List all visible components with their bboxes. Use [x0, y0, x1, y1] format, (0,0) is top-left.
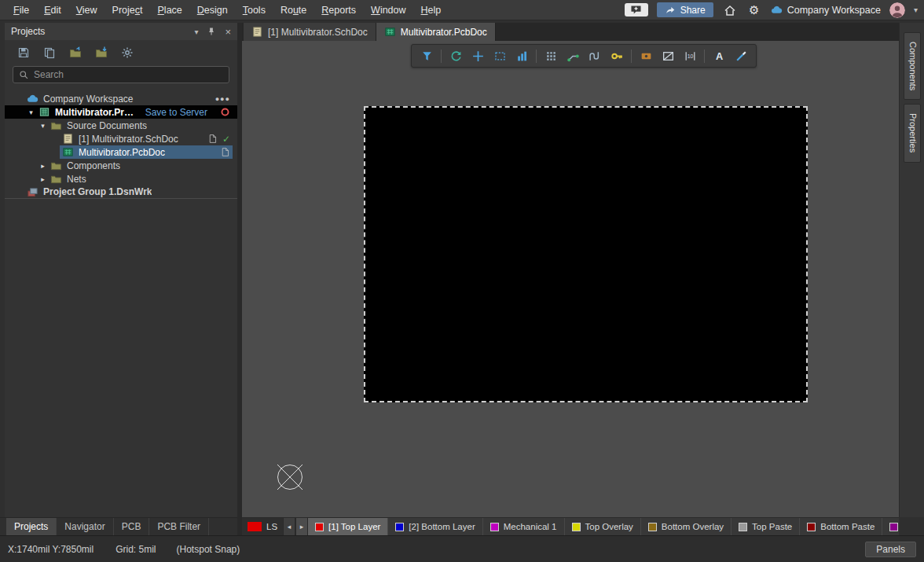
tree-label: [1] Multivibrator.SchDoc — [79, 134, 178, 145]
settings-gear-icon[interactable]: ⚙ — [746, 2, 762, 18]
tab-components[interactable]: Components — [904, 32, 921, 100]
layer-tab[interactable]: Top Overlay — [565, 518, 641, 535]
lasso-icon[interactable] — [446, 47, 466, 65]
layer-tab[interactable]: Mechanical 1 — [483, 518, 565, 535]
crosshair-icon[interactable] — [468, 47, 488, 65]
avatar-icon — [889, 2, 905, 18]
comment-icon — [630, 5, 642, 15]
tab-properties[interactable]: Properties — [904, 104, 921, 162]
grid-icon[interactable] — [541, 47, 561, 65]
menu-item-edit[interactable]: Edit — [37, 2, 68, 18]
tree-row[interactable]: Project Group 1.DsnWrk — [5, 185, 237, 199]
layer-tab[interactable]: Bottom Paste — [800, 518, 882, 535]
tree-row[interactable]: ▸Components — [5, 159, 237, 172]
panel-tab-pcb[interactable]: PCB — [114, 518, 150, 535]
menu-item-design[interactable]: Design — [190, 2, 235, 18]
canvas-toolbar: 10A — [411, 44, 757, 68]
menu-item-reports[interactable]: Reports — [314, 2, 363, 18]
schdoc-icon — [62, 133, 74, 145]
tune-icon[interactable] — [585, 47, 605, 65]
copy-document-icon[interactable] — [41, 44, 58, 61]
toolbar-separator — [631, 50, 632, 63]
more-options-icon[interactable]: ●●● — [215, 95, 230, 103]
layer-tab[interactable]: Top Paste — [732, 518, 800, 535]
altium-designer-window: FileEditViewProjectPlaceDesignToolsRoute… — [0, 0, 924, 562]
pcbdoc-icon — [62, 146, 74, 158]
measure-icon[interactable]: 10 — [680, 47, 700, 65]
panel-tab-navigator[interactable]: Navigator — [57, 518, 113, 535]
pcb-canvas[interactable]: 10A — [242, 41, 899, 517]
save-icon[interactable] — [15, 44, 32, 61]
scroll-layers-left-button[interactable]: ◂ — [283, 518, 295, 535]
folder-icon — [50, 119, 62, 131]
tree-row[interactable]: Multivibrator.PcbDoc — [5, 145, 237, 159]
bar-chart-icon[interactable] — [512, 47, 532, 65]
menu-item-window[interactable]: Window — [364, 2, 412, 18]
scroll-layers-right-button[interactable]: ▸ — [295, 518, 308, 535]
tree-row[interactable]: Company Workspace●●● — [5, 92, 237, 105]
layer-tab[interactable]: Top S — [882, 518, 899, 535]
layer-label: Bottom Paste — [820, 522, 874, 531]
document-tabbar: [1] Multivibrator.SchDocMultivibrator.Pc… — [242, 23, 899, 41]
menu-item-file[interactable]: File — [6, 2, 36, 18]
layer-tab[interactable]: [2] Bottom Layer — [388, 518, 482, 535]
panels-button[interactable]: Panels — [865, 542, 916, 557]
pin-icon[interactable] — [207, 27, 216, 36]
import-folder-icon[interactable] — [93, 44, 110, 61]
menu-item-tools[interactable]: Tools — [236, 2, 273, 18]
layer-set-label: LS — [266, 522, 277, 531]
expand-arrow-icon[interactable]: ▾ — [26, 108, 36, 116]
document-tab[interactable]: [1] Multivibrator.SchDoc — [244, 23, 376, 41]
filter-icon[interactable] — [416, 47, 437, 65]
home-icon[interactable] — [722, 2, 738, 18]
open-folder-icon[interactable] — [67, 44, 84, 61]
tree-row[interactable]: ▸Nets — [5, 172, 237, 185]
close-icon[interactable]: × — [225, 26, 231, 38]
schdoc-icon — [251, 26, 263, 38]
menu-item-help[interactable]: Help — [414, 2, 449, 18]
search-input[interactable] — [34, 69, 223, 80]
folder-icon — [50, 173, 62, 185]
tree-label: Project Group 1.DsnWrk — [43, 186, 152, 197]
collapse-arrow-icon[interactable]: ▸ — [38, 175, 48, 183]
projects-panel: Projects ▾ × Company Workspace●●●▾Multiv… — [5, 23, 237, 517]
settings-icon[interactable] — [119, 44, 136, 61]
tree-row[interactable]: ▾Source Documents — [5, 119, 237, 132]
drill-drawing-origin-icon — [272, 459, 308, 495]
key-icon[interactable] — [607, 47, 627, 65]
tree-row[interactable]: [1] Multivibrator.SchDoc✓ — [5, 132, 237, 145]
menu-item-route[interactable]: Route — [273, 2, 314, 18]
menubar-right: Share ⚙ Company Workspace ▾ — [625, 2, 918, 18]
menu-items: FileEditViewProjectPlaceDesignToolsRoute… — [6, 2, 448, 18]
share-button[interactable]: Share — [657, 2, 713, 17]
pcb-board[interactable] — [364, 106, 808, 402]
avatar[interactable] — [889, 2, 905, 18]
layer-tab[interactable]: Bottom Overlay — [641, 518, 732, 535]
tree-label: Multivibrator.PcbDoc — [79, 147, 165, 158]
pad-icon[interactable] — [636, 47, 656, 65]
expand-arrow-icon[interactable]: ▾ — [38, 122, 48, 130]
tab-properties-label: Properties — [908, 113, 918, 152]
menu-item-place[interactable]: Place — [151, 2, 189, 18]
layer-tab[interactable]: [1] Top Layer — [308, 518, 388, 535]
panel-tab-projects[interactable]: Projects — [6, 518, 57, 535]
projects-panel-title: Projects — [11, 26, 45, 37]
comment-button[interactable] — [625, 3, 648, 17]
workspace-indicator[interactable]: Company Workspace — [771, 4, 881, 16]
panel-dropdown-icon[interactable]: ▾ — [194, 28, 198, 36]
panel-tab-pcb-filter[interactable]: PCB Filter — [149, 518, 209, 535]
menu-item-view[interactable]: View — [69, 2, 104, 18]
board-shape-icon[interactable] — [658, 47, 678, 65]
menu-item-project[interactable]: Project — [105, 2, 150, 18]
selection-rect-icon[interactable] — [490, 47, 510, 65]
chevron-down-icon[interactable]: ▾ — [914, 6, 918, 14]
route-icon[interactable] — [563, 47, 583, 65]
document-tab[interactable]: Multivibrator.PcbDoc — [376, 23, 496, 41]
collapse-arrow-icon[interactable]: ▸ — [38, 162, 48, 170]
line-icon[interactable] — [731, 47, 751, 65]
save-to-server-link[interactable]: Save to Server — [145, 107, 207, 118]
text-icon[interactable]: A — [709, 47, 729, 65]
tree-row[interactable]: ▾Multivibrator.PrjPcbSave to Server — [5, 105, 237, 119]
tree-label: Nets — [67, 174, 86, 185]
layer-set-chip[interactable]: LS — [242, 518, 283, 535]
